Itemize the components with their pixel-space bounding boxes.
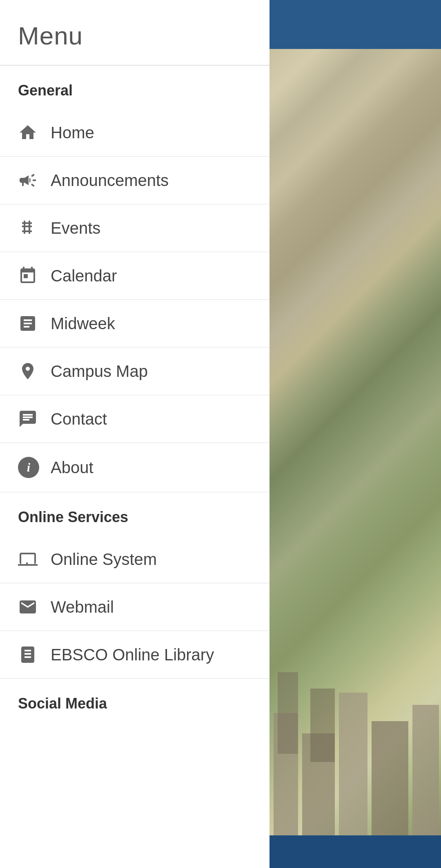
- menu-item-about-label: About: [51, 458, 94, 477]
- menu-item-calendar-label: Calendar: [51, 267, 117, 285]
- map-pin-icon: [18, 361, 51, 381]
- menu-item-announcements[interactable]: Announcements: [0, 157, 270, 204]
- section-general: General: [0, 66, 270, 109]
- home-icon: [18, 123, 51, 142]
- menu-item-about[interactable]: i About: [0, 443, 270, 492]
- menu-item-ebsco-label: EBSCO Online Library: [51, 646, 214, 664]
- menu-item-contact-label: Contact: [51, 410, 107, 428]
- menu-title: Menu: [18, 21, 252, 50]
- menu-item-webmail[interactable]: Webmail: [0, 583, 270, 631]
- menu-item-webmail-label: Webmail: [51, 598, 114, 616]
- menu-item-events-label: Events: [51, 219, 100, 237]
- monitor-icon: [18, 549, 51, 569]
- menu-panel: Menu General Home Announcements: [0, 0, 270, 868]
- calendar-icon: [18, 266, 51, 286]
- city-photo: [270, 49, 441, 835]
- midweek-icon: [18, 314, 51, 333]
- background-image: [270, 0, 441, 868]
- section-online-services: Online Services: [0, 492, 270, 536]
- top-blue-bar: [270, 0, 441, 49]
- menu-item-home-label: Home: [51, 124, 94, 142]
- bottom-blue-bar: [270, 835, 441, 868]
- chat-icon: [18, 409, 51, 429]
- menu-item-midweek-label: Midweek: [51, 314, 115, 333]
- info-icon: i: [18, 457, 51, 478]
- book-icon: [18, 645, 51, 664]
- menu-item-campus-map[interactable]: Campus Map: [0, 348, 270, 395]
- menu-item-events[interactable]: Events: [0, 204, 270, 252]
- events-icon: [18, 218, 51, 238]
- menu-item-contact[interactable]: Contact: [0, 395, 270, 443]
- menu-item-midweek[interactable]: Midweek: [0, 300, 270, 348]
- section-social-media: Social Media: [0, 679, 270, 722]
- menu-item-calendar[interactable]: Calendar: [0, 252, 270, 300]
- page-wrapper: Menu General Home Announcements: [0, 0, 441, 868]
- menu-header: Menu: [0, 0, 270, 66]
- menu-item-campus-map-label: Campus Map: [51, 362, 148, 381]
- menu-item-announcements-label: Announcements: [51, 171, 169, 190]
- menu-item-online-system-label: Online System: [51, 550, 157, 569]
- menu-item-online-system[interactable]: Online System: [0, 536, 270, 583]
- megaphone-icon: [18, 170, 51, 190]
- menu-item-ebsco[interactable]: EBSCO Online Library: [0, 631, 270, 679]
- menu-item-home[interactable]: Home: [0, 109, 270, 157]
- email-icon: [18, 597, 51, 617]
- info-circle: i: [18, 457, 39, 478]
